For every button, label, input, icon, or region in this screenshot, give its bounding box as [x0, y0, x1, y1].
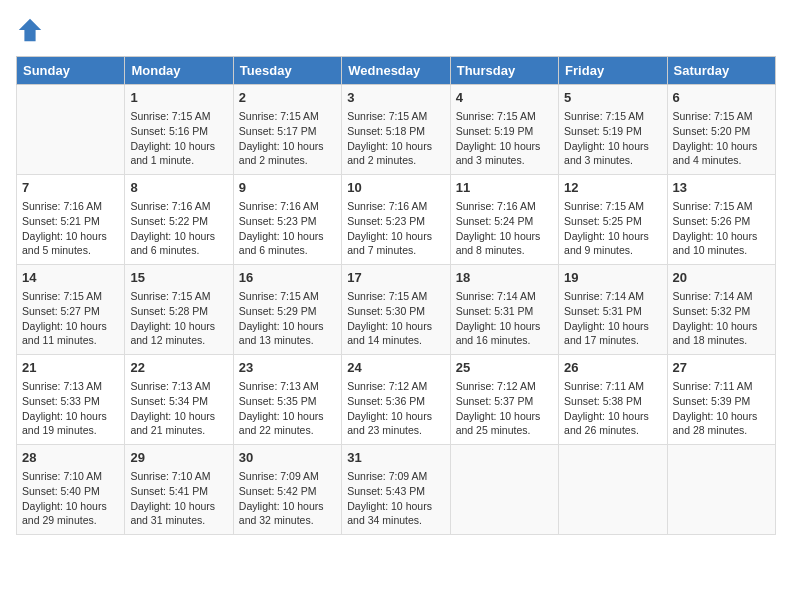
calendar-cell: 8Sunrise: 7:16 AMSunset: 5:22 PMDaylight…	[125, 175, 233, 265]
cell-info: Sunset: 5:23 PM	[347, 214, 444, 229]
weekday-header: Monday	[125, 57, 233, 85]
cell-info: Sunset: 5:20 PM	[673, 124, 770, 139]
cell-info: Sunset: 5:36 PM	[347, 394, 444, 409]
day-number: 2	[239, 89, 336, 107]
weekday-header: Tuesday	[233, 57, 341, 85]
weekday-header: Saturday	[667, 57, 775, 85]
cell-info: Sunrise: 7:15 AM	[239, 289, 336, 304]
cell-info: Sunset: 5:35 PM	[239, 394, 336, 409]
cell-info: Sunrise: 7:15 AM	[239, 109, 336, 124]
calendar-cell	[450, 445, 558, 535]
weekday-header-row: SundayMondayTuesdayWednesdayThursdayFrid…	[17, 57, 776, 85]
calendar-table: SundayMondayTuesdayWednesdayThursdayFrid…	[16, 56, 776, 535]
calendar-cell: 1Sunrise: 7:15 AMSunset: 5:16 PMDaylight…	[125, 85, 233, 175]
calendar-cell: 4Sunrise: 7:15 AMSunset: 5:19 PMDaylight…	[450, 85, 558, 175]
cell-info: Sunrise: 7:15 AM	[347, 109, 444, 124]
calendar-cell: 29Sunrise: 7:10 AMSunset: 5:41 PMDayligh…	[125, 445, 233, 535]
cell-info: Daylight: 10 hours and 7 minutes.	[347, 229, 444, 258]
day-number: 24	[347, 359, 444, 377]
cell-info: Sunset: 5:17 PM	[239, 124, 336, 139]
day-number: 9	[239, 179, 336, 197]
calendar-cell: 12Sunrise: 7:15 AMSunset: 5:25 PMDayligh…	[559, 175, 667, 265]
calendar-cell: 18Sunrise: 7:14 AMSunset: 5:31 PMDayligh…	[450, 265, 558, 355]
cell-info: Daylight: 10 hours and 4 minutes.	[673, 139, 770, 168]
cell-info: Sunset: 5:18 PM	[347, 124, 444, 139]
calendar-cell: 6Sunrise: 7:15 AMSunset: 5:20 PMDaylight…	[667, 85, 775, 175]
calendar-cell: 31Sunrise: 7:09 AMSunset: 5:43 PMDayligh…	[342, 445, 450, 535]
calendar-cell: 23Sunrise: 7:13 AMSunset: 5:35 PMDayligh…	[233, 355, 341, 445]
cell-info: Sunrise: 7:10 AM	[22, 469, 119, 484]
day-number: 8	[130, 179, 227, 197]
cell-info: Daylight: 10 hours and 34 minutes.	[347, 499, 444, 528]
day-number: 3	[347, 89, 444, 107]
calendar-cell: 9Sunrise: 7:16 AMSunset: 5:23 PMDaylight…	[233, 175, 341, 265]
weekday-header: Wednesday	[342, 57, 450, 85]
day-number: 13	[673, 179, 770, 197]
day-number: 11	[456, 179, 553, 197]
cell-info: Daylight: 10 hours and 6 minutes.	[130, 229, 227, 258]
calendar-cell: 14Sunrise: 7:15 AMSunset: 5:27 PMDayligh…	[17, 265, 125, 355]
calendar-cell: 26Sunrise: 7:11 AMSunset: 5:38 PMDayligh…	[559, 355, 667, 445]
calendar-week-row: 21Sunrise: 7:13 AMSunset: 5:33 PMDayligh…	[17, 355, 776, 445]
weekday-header: Sunday	[17, 57, 125, 85]
cell-info: Daylight: 10 hours and 21 minutes.	[130, 409, 227, 438]
cell-info: Sunrise: 7:13 AM	[22, 379, 119, 394]
cell-info: Sunset: 5:22 PM	[130, 214, 227, 229]
day-number: 16	[239, 269, 336, 287]
day-number: 29	[130, 449, 227, 467]
calendar-week-row: 7Sunrise: 7:16 AMSunset: 5:21 PMDaylight…	[17, 175, 776, 265]
cell-info: Sunrise: 7:15 AM	[673, 199, 770, 214]
cell-info: Sunset: 5:29 PM	[239, 304, 336, 319]
logo-icon	[16, 16, 44, 44]
day-number: 20	[673, 269, 770, 287]
cell-info: Daylight: 10 hours and 10 minutes.	[673, 229, 770, 258]
day-number: 22	[130, 359, 227, 377]
cell-info: Sunrise: 7:16 AM	[239, 199, 336, 214]
cell-info: Daylight: 10 hours and 9 minutes.	[564, 229, 661, 258]
day-number: 10	[347, 179, 444, 197]
cell-info: Sunrise: 7:15 AM	[564, 109, 661, 124]
calendar-cell: 10Sunrise: 7:16 AMSunset: 5:23 PMDayligh…	[342, 175, 450, 265]
day-number: 7	[22, 179, 119, 197]
cell-info: Sunrise: 7:16 AM	[130, 199, 227, 214]
cell-info: Sunrise: 7:12 AM	[347, 379, 444, 394]
cell-info: Sunrise: 7:14 AM	[673, 289, 770, 304]
cell-info: Sunrise: 7:15 AM	[130, 289, 227, 304]
cell-info: Sunrise: 7:15 AM	[673, 109, 770, 124]
calendar-cell: 5Sunrise: 7:15 AMSunset: 5:19 PMDaylight…	[559, 85, 667, 175]
cell-info: Sunrise: 7:16 AM	[347, 199, 444, 214]
day-number: 4	[456, 89, 553, 107]
cell-info: Daylight: 10 hours and 31 minutes.	[130, 499, 227, 528]
calendar-cell: 24Sunrise: 7:12 AMSunset: 5:36 PMDayligh…	[342, 355, 450, 445]
calendar-cell: 3Sunrise: 7:15 AMSunset: 5:18 PMDaylight…	[342, 85, 450, 175]
day-number: 30	[239, 449, 336, 467]
cell-info: Sunset: 5:31 PM	[456, 304, 553, 319]
cell-info: Sunset: 5:19 PM	[564, 124, 661, 139]
calendar-cell: 15Sunrise: 7:15 AMSunset: 5:28 PMDayligh…	[125, 265, 233, 355]
calendar-cell: 20Sunrise: 7:14 AMSunset: 5:32 PMDayligh…	[667, 265, 775, 355]
weekday-header: Thursday	[450, 57, 558, 85]
day-number: 31	[347, 449, 444, 467]
cell-info: Daylight: 10 hours and 32 minutes.	[239, 499, 336, 528]
cell-info: Daylight: 10 hours and 17 minutes.	[564, 319, 661, 348]
cell-info: Daylight: 10 hours and 3 minutes.	[564, 139, 661, 168]
day-number: 15	[130, 269, 227, 287]
cell-info: Sunset: 5:28 PM	[130, 304, 227, 319]
cell-info: Daylight: 10 hours and 22 minutes.	[239, 409, 336, 438]
cell-info: Sunrise: 7:11 AM	[673, 379, 770, 394]
cell-info: Sunrise: 7:16 AM	[22, 199, 119, 214]
cell-info: Daylight: 10 hours and 28 minutes.	[673, 409, 770, 438]
calendar-cell: 11Sunrise: 7:16 AMSunset: 5:24 PMDayligh…	[450, 175, 558, 265]
cell-info: Sunset: 5:43 PM	[347, 484, 444, 499]
cell-info: Sunrise: 7:13 AM	[239, 379, 336, 394]
cell-info: Sunset: 5:16 PM	[130, 124, 227, 139]
cell-info: Sunrise: 7:14 AM	[456, 289, 553, 304]
cell-info: Sunset: 5:31 PM	[564, 304, 661, 319]
calendar-cell: 7Sunrise: 7:16 AMSunset: 5:21 PMDaylight…	[17, 175, 125, 265]
cell-info: Sunrise: 7:15 AM	[22, 289, 119, 304]
cell-info: Daylight: 10 hours and 5 minutes.	[22, 229, 119, 258]
cell-info: Daylight: 10 hours and 16 minutes.	[456, 319, 553, 348]
calendar-cell: 21Sunrise: 7:13 AMSunset: 5:33 PMDayligh…	[17, 355, 125, 445]
cell-info: Sunset: 5:25 PM	[564, 214, 661, 229]
calendar-week-row: 14Sunrise: 7:15 AMSunset: 5:27 PMDayligh…	[17, 265, 776, 355]
